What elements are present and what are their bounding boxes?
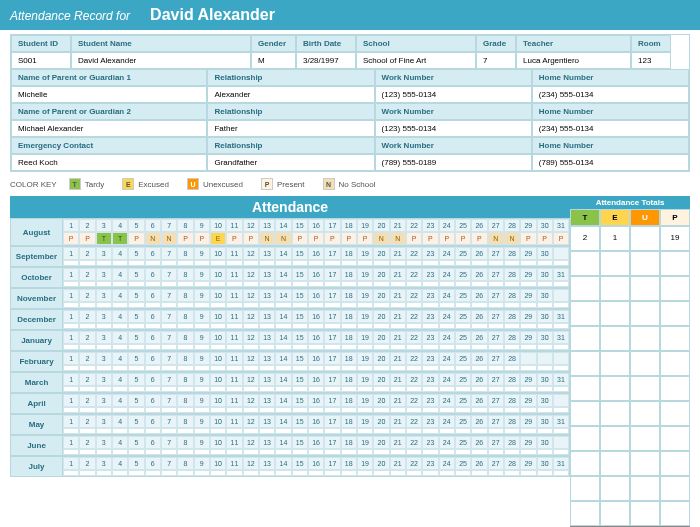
attendance-cell[interactable]: P	[226, 232, 242, 245]
attendance-cell[interactable]	[373, 386, 389, 392]
attendance-cell[interactable]	[455, 470, 471, 476]
attendance-cell[interactable]	[177, 470, 193, 476]
attendance-cell[interactable]	[210, 386, 226, 392]
attendance-cell[interactable]	[455, 386, 471, 392]
attendance-cell[interactable]: T	[96, 232, 112, 245]
attendance-cell[interactable]	[422, 449, 438, 455]
attendance-cell[interactable]	[520, 344, 536, 350]
attendance-cell[interactable]	[63, 302, 79, 308]
attendance-cell[interactable]	[161, 365, 177, 371]
attendance-cell[interactable]	[112, 449, 128, 455]
attendance-cell[interactable]: N	[488, 232, 504, 245]
attendance-cell[interactable]	[177, 302, 193, 308]
attendance-cell[interactable]	[357, 449, 373, 455]
attendance-cell[interactable]	[422, 323, 438, 329]
attendance-cell[interactable]	[406, 281, 422, 287]
attendance-cell[interactable]	[488, 407, 504, 413]
attendance-cell[interactable]	[128, 323, 144, 329]
attendance-cell[interactable]: P	[128, 232, 144, 245]
attendance-cell[interactable]	[504, 407, 520, 413]
attendance-cell[interactable]	[226, 449, 242, 455]
attendance-cell[interactable]	[128, 302, 144, 308]
attendance-cell[interactable]	[96, 365, 112, 371]
attendance-cell[interactable]	[455, 449, 471, 455]
attendance-cell[interactable]	[324, 386, 340, 392]
attendance-cell[interactable]	[390, 260, 406, 266]
attendance-cell[interactable]	[488, 344, 504, 350]
attendance-cell[interactable]	[145, 428, 161, 434]
attendance-cell[interactable]	[243, 470, 259, 476]
attendance-cell[interactable]	[63, 449, 79, 455]
attendance-cell[interactable]	[292, 260, 308, 266]
attendance-cell[interactable]	[226, 344, 242, 350]
attendance-cell[interactable]	[455, 365, 471, 371]
attendance-cell[interactable]	[210, 470, 226, 476]
attendance-cell[interactable]	[439, 365, 455, 371]
attendance-cell[interactable]	[308, 386, 324, 392]
attendance-cell[interactable]: N	[145, 232, 161, 245]
attendance-cell[interactable]	[341, 281, 357, 287]
attendance-cell[interactable]	[112, 281, 128, 287]
attendance-cell[interactable]	[177, 281, 193, 287]
attendance-cell[interactable]	[292, 323, 308, 329]
attendance-cell[interactable]	[161, 260, 177, 266]
attendance-cell[interactable]	[390, 344, 406, 350]
attendance-cell[interactable]	[128, 386, 144, 392]
attendance-cell[interactable]	[145, 302, 161, 308]
attendance-cell[interactable]	[275, 386, 291, 392]
attendance-cell[interactable]	[504, 344, 520, 350]
attendance-cell[interactable]	[128, 470, 144, 476]
attendance-cell[interactable]	[520, 323, 536, 329]
attendance-cell[interactable]	[194, 344, 210, 350]
attendance-cell[interactable]	[194, 407, 210, 413]
attendance-cell[interactable]	[390, 386, 406, 392]
attendance-cell[interactable]	[341, 260, 357, 266]
attendance-cell[interactable]	[357, 344, 373, 350]
attendance-cell[interactable]	[553, 260, 569, 266]
attendance-cell[interactable]	[128, 449, 144, 455]
attendance-cell[interactable]	[194, 281, 210, 287]
attendance-cell[interactable]	[520, 260, 536, 266]
attendance-cell[interactable]	[96, 386, 112, 392]
attendance-cell[interactable]	[145, 281, 161, 287]
attendance-cell[interactable]: N	[390, 232, 406, 245]
attendance-cell[interactable]: P	[63, 232, 79, 245]
attendance-cell[interactable]	[537, 281, 553, 287]
attendance-cell[interactable]	[259, 407, 275, 413]
attendance-cell[interactable]	[471, 281, 487, 287]
attendance-cell[interactable]	[275, 449, 291, 455]
attendance-cell[interactable]	[292, 407, 308, 413]
attendance-cell[interactable]	[341, 428, 357, 434]
attendance-cell[interactable]	[471, 449, 487, 455]
attendance-cell[interactable]	[177, 407, 193, 413]
attendance-cell[interactable]	[357, 470, 373, 476]
attendance-cell[interactable]	[161, 428, 177, 434]
attendance-cell[interactable]	[243, 260, 259, 266]
attendance-cell[interactable]	[406, 407, 422, 413]
attendance-cell[interactable]: N	[373, 232, 389, 245]
attendance-cell[interactable]	[520, 302, 536, 308]
attendance-cell[interactable]	[373, 344, 389, 350]
attendance-cell[interactable]	[357, 281, 373, 287]
attendance-cell[interactable]	[341, 386, 357, 392]
attendance-cell[interactable]	[488, 449, 504, 455]
attendance-cell[interactable]	[341, 344, 357, 350]
attendance-cell[interactable]	[112, 365, 128, 371]
attendance-cell[interactable]	[439, 323, 455, 329]
attendance-cell[interactable]	[324, 449, 340, 455]
attendance-cell[interactable]	[226, 323, 242, 329]
attendance-cell[interactable]	[439, 281, 455, 287]
attendance-cell[interactable]	[63, 323, 79, 329]
attendance-cell[interactable]	[537, 323, 553, 329]
attendance-cell[interactable]: P	[243, 232, 259, 245]
attendance-cell[interactable]	[406, 428, 422, 434]
attendance-cell[interactable]	[161, 281, 177, 287]
attendance-cell[interactable]	[63, 281, 79, 287]
attendance-cell[interactable]: P	[439, 232, 455, 245]
attendance-cell[interactable]	[79, 449, 95, 455]
attendance-cell[interactable]	[128, 407, 144, 413]
attendance-cell[interactable]	[390, 365, 406, 371]
attendance-cell[interactable]	[96, 407, 112, 413]
attendance-cell[interactable]	[488, 281, 504, 287]
attendance-cell[interactable]	[243, 302, 259, 308]
